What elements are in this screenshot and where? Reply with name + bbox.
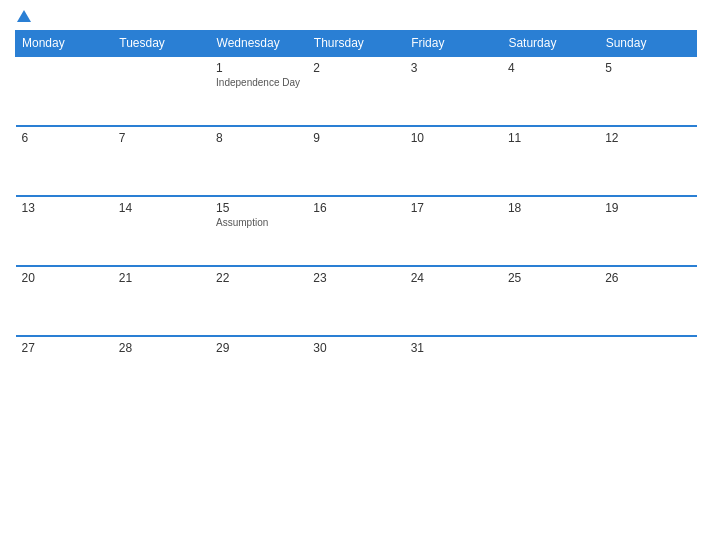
calendar-cell: 26 [599,266,696,336]
header [15,10,697,22]
calendar-cell: 12 [599,126,696,196]
day-number: 6 [22,131,107,145]
calendar-cell: 25 [502,266,599,336]
calendar-cell: 20 [16,266,113,336]
calendar-cell: 30 [307,336,404,406]
calendar-week-row: 6789101112 [16,126,697,196]
calendar-cell: 29 [210,336,307,406]
day-event: Assumption [216,217,301,228]
calendar-table: MondayTuesdayWednesdayThursdayFridaySatu… [15,30,697,406]
day-number: 30 [313,341,398,355]
calendar-week-row: 1Independence Day2345 [16,56,697,126]
day-number: 27 [22,341,107,355]
calendar-cell [113,56,210,126]
calendar-week-row: 2728293031 [16,336,697,406]
calendar-cell: 8 [210,126,307,196]
day-number: 29 [216,341,301,355]
calendar-cell: 22 [210,266,307,336]
calendar-cell: 7 [113,126,210,196]
calendar-cell: 14 [113,196,210,266]
col-header-monday: Monday [16,31,113,57]
day-number: 31 [411,341,496,355]
col-header-saturday: Saturday [502,31,599,57]
day-number: 5 [605,61,690,75]
calendar-cell [502,336,599,406]
calendar-cell: 21 [113,266,210,336]
day-number: 16 [313,201,398,215]
day-number: 8 [216,131,301,145]
calendar-cell: 23 [307,266,404,336]
day-number: 21 [119,271,204,285]
day-number: 4 [508,61,593,75]
day-number: 15 [216,201,301,215]
calendar-cell [16,56,113,126]
calendar-cell: 16 [307,196,404,266]
calendar-cell: 15Assumption [210,196,307,266]
day-number: 17 [411,201,496,215]
day-number: 24 [411,271,496,285]
calendar-cell: 6 [16,126,113,196]
day-number: 18 [508,201,593,215]
page: MondayTuesdayWednesdayThursdayFridaySatu… [0,0,712,550]
calendar-cell: 9 [307,126,404,196]
calendar-cell: 24 [405,266,502,336]
day-event: Independence Day [216,77,301,88]
day-number: 10 [411,131,496,145]
day-number: 22 [216,271,301,285]
col-header-sunday: Sunday [599,31,696,57]
day-number: 1 [216,61,301,75]
day-number: 28 [119,341,204,355]
day-number: 9 [313,131,398,145]
day-number: 3 [411,61,496,75]
day-number: 7 [119,131,204,145]
calendar-header-row: MondayTuesdayWednesdayThursdayFridaySatu… [16,31,697,57]
day-number: 25 [508,271,593,285]
day-number: 19 [605,201,690,215]
day-number: 20 [22,271,107,285]
col-header-thursday: Thursday [307,31,404,57]
calendar-cell: 10 [405,126,502,196]
calendar-cell: 27 [16,336,113,406]
calendar-cell: 13 [16,196,113,266]
calendar-cell: 17 [405,196,502,266]
calendar-cell: 11 [502,126,599,196]
calendar-week-row: 131415Assumption16171819 [16,196,697,266]
day-number: 13 [22,201,107,215]
calendar-cell: 2 [307,56,404,126]
col-header-friday: Friday [405,31,502,57]
logo-triangle-icon [17,10,31,22]
col-header-tuesday: Tuesday [113,31,210,57]
calendar-cell: 19 [599,196,696,266]
day-number: 23 [313,271,398,285]
calendar-week-row: 20212223242526 [16,266,697,336]
day-number: 14 [119,201,204,215]
calendar-cell: 31 [405,336,502,406]
calendar-cell: 18 [502,196,599,266]
day-number: 2 [313,61,398,75]
day-number: 11 [508,131,593,145]
col-header-wednesday: Wednesday [210,31,307,57]
day-number: 26 [605,271,690,285]
calendar-cell: 4 [502,56,599,126]
calendar-cell: 1Independence Day [210,56,307,126]
day-number: 12 [605,131,690,145]
calendar-cell: 5 [599,56,696,126]
logo [15,10,31,22]
calendar-cell: 28 [113,336,210,406]
calendar-cell: 3 [405,56,502,126]
calendar-cell [599,336,696,406]
